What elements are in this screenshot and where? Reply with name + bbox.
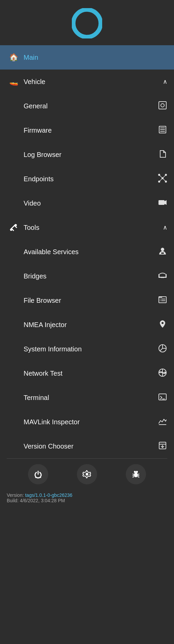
- tools-icon: [7, 223, 20, 232]
- available-services-label: Available Services: [24, 248, 158, 256]
- home-icon: 🏠: [7, 53, 20, 62]
- settings-button[interactable]: [77, 464, 97, 484]
- section-vehicle[interactable]: 🚤 Vehicle ∧: [0, 70, 174, 94]
- sidebar-item-general[interactable]: General: [0, 94, 174, 118]
- vehicle-label: Vehicle: [20, 78, 163, 86]
- svg-rect-17: [158, 200, 165, 205]
- nav-item-main[interactable]: 🏠 Main: [0, 45, 174, 70]
- svg-point-34: [162, 322, 164, 324]
- video-icon: [158, 198, 167, 209]
- log-browser-label: Log Browser: [24, 151, 158, 159]
- svg-line-15: [159, 178, 163, 182]
- firmware-icon: [158, 125, 167, 136]
- sidebar-item-endpoints[interactable]: Endpoints: [0, 167, 174, 191]
- svg-line-13: [159, 175, 163, 178]
- log-browser-icon: [158, 149, 167, 160]
- power-button[interactable]: [28, 464, 48, 484]
- app-logo: [72, 8, 102, 38]
- version-line: Version: tags/1.0.1-0-gbc26236: [7, 492, 167, 498]
- nmea-injector-icon: [158, 319, 167, 330]
- svg-rect-27: [163, 277, 164, 278]
- network-test-icon: [158, 368, 167, 379]
- bridges-icon: [158, 271, 167, 282]
- section-tools[interactable]: Tools ∧: [0, 215, 174, 240]
- svg-rect-23: [158, 277, 167, 278]
- svg-point-20: [15, 224, 17, 226]
- svg-line-53: [133, 477, 134, 477]
- sidebar-item-terminal[interactable]: Terminal: [0, 385, 174, 410]
- system-information-label: System Information: [24, 345, 158, 353]
- sidebar-item-nmea-injector[interactable]: NMEA Injector: [0, 313, 174, 337]
- svg-rect-26: [162, 277, 162, 278]
- version-chooser-label: Version Chooser: [24, 442, 158, 450]
- bridges-label: Bridges: [24, 272, 158, 280]
- svg-point-56: [136, 471, 138, 473]
- mavlink-inspector-icon: [158, 417, 167, 428]
- endpoints-icon: [158, 173, 167, 185]
- main-label: Main: [20, 54, 167, 61]
- svg-line-49: [133, 474, 134, 475]
- svg-line-54: [138, 477, 139, 477]
- svg-point-19: [10, 229, 12, 231]
- logo-area: [0, 0, 174, 45]
- bottom-toolbar: [0, 459, 174, 490]
- svg-point-1: [83, 20, 91, 27]
- sidebar-item-version-chooser[interactable]: Version Chooser: [0, 434, 174, 458]
- sidebar-item-network-test[interactable]: Network Test: [0, 361, 174, 385]
- sidebar-item-bridges[interactable]: Bridges: [0, 264, 174, 288]
- svg-point-3: [161, 104, 164, 107]
- video-label: Video: [24, 199, 158, 207]
- general-label: General: [24, 102, 158, 110]
- endpoints-label: Endpoints: [24, 175, 158, 183]
- tools-label: Tools: [20, 224, 163, 232]
- svg-rect-24: [158, 274, 160, 277]
- svg-line-50: [138, 474, 139, 475]
- svg-point-55: [134, 471, 136, 473]
- version-area: Version: tags/1.0.1-0-gbc26236 Build: 4/…: [0, 490, 174, 509]
- sidebar-item-mavlink-inspector[interactable]: MAVLink Inspector: [0, 410, 174, 434]
- sidebar-item-file-browser[interactable]: File Browser: [0, 288, 174, 313]
- file-browser-label: File Browser: [24, 297, 158, 304]
- general-icon: [158, 101, 167, 112]
- network-test-label: Network Test: [24, 370, 158, 377]
- file-browser-icon: [158, 295, 167, 306]
- terminal-icon: [158, 392, 167, 403]
- firmware-label: Firmware: [24, 127, 158, 134]
- available-services-icon: [158, 246, 167, 258]
- svg-rect-25: [166, 274, 167, 277]
- vehicle-chevron-icon: ∧: [163, 78, 167, 85]
- version-chooser-icon: [158, 441, 167, 452]
- svg-marker-18: [165, 200, 167, 205]
- sidebar-item-available-services[interactable]: Available Services: [0, 240, 174, 264]
- system-information-icon: [158, 344, 167, 355]
- version-link[interactable]: tags/1.0.1-0-gbc26236: [25, 492, 72, 498]
- vehicle-icon: 🚤: [7, 77, 20, 86]
- svg-rect-2: [159, 102, 166, 109]
- build-line: Build: 4/6/2022, 3:04:28 PM: [7, 498, 167, 503]
- svg-rect-6: [160, 129, 165, 130]
- terminal-label: Terminal: [24, 394, 158, 402]
- svg-point-21: [161, 248, 164, 251]
- sidebar-item-log-browser[interactable]: Log Browser: [0, 142, 174, 167]
- svg-point-47: [86, 473, 88, 476]
- svg-rect-22: [161, 252, 164, 254]
- sidebar-item-firmware[interactable]: Firmware: [0, 118, 174, 142]
- bug-button[interactable]: [126, 464, 146, 484]
- svg-rect-5: [160, 128, 165, 128]
- svg-rect-48: [134, 473, 138, 477]
- svg-line-16: [163, 178, 166, 182]
- nmea-injector-label: NMEA Injector: [24, 321, 158, 329]
- version-prefix: Version:: [7, 492, 25, 498]
- svg-rect-7: [160, 131, 165, 132]
- sidebar-item-video[interactable]: Video: [0, 191, 174, 215]
- svg-line-14: [163, 175, 166, 178]
- mavlink-inspector-label: MAVLink Inspector: [24, 418, 158, 426]
- tools-chevron-icon: ∧: [163, 224, 167, 231]
- sidebar-item-system-information[interactable]: System Information: [0, 337, 174, 361]
